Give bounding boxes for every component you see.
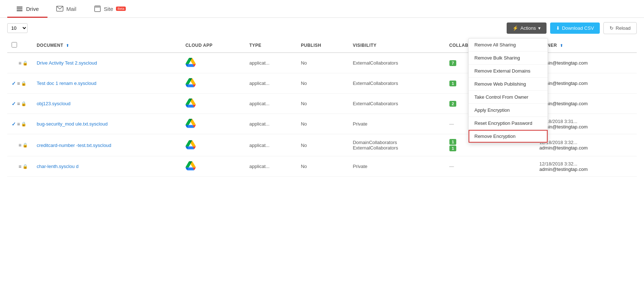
download-csv-button[interactable]: ⬇ Download CSV xyxy=(550,22,600,34)
gdrive-icon xyxy=(186,78,196,88)
row-date-owner: 12/18/2018 3:31... admin@testingtap.com xyxy=(535,114,637,134)
row-doc-name[interactable]: Test doc 1 renam e.syscloud xyxy=(32,73,181,94)
row-doc-name[interactable]: bug-security_mod ule.txt.syscloud xyxy=(32,114,181,134)
beta-badge: Beta xyxy=(116,7,126,11)
row-icons: ≡ 🔒 xyxy=(12,164,28,169)
row-icons: ≡ 🔒 xyxy=(12,60,28,66)
page-size-select[interactable]: 10 25 50 100 xyxy=(7,23,28,33)
select-all-checkbox[interactable] xyxy=(12,42,17,48)
site-icon xyxy=(94,5,101,12)
row-visibility: Private xyxy=(348,114,445,134)
row-doc-name[interactable]: creditcard-number -test.txt.syscloud xyxy=(32,134,181,156)
row-doc-name[interactable]: obj123.syscloud xyxy=(32,94,181,114)
row-visibility: ExternalCollaborators xyxy=(348,53,445,73)
lock-icon: 🔒 xyxy=(21,101,26,106)
header-publish: PUBLISH xyxy=(296,38,348,53)
row-type: applicat... xyxy=(245,73,296,94)
row-owner: admin@testingtap.com xyxy=(539,167,632,172)
row-select-cell: ≡ 🔒 xyxy=(7,53,32,73)
actions-label: Actions xyxy=(520,25,536,31)
menu-item-remove-encryption[interactable]: Remove Encryption xyxy=(469,130,548,143)
menu-item-apply-encryption[interactable]: Apply Encryption xyxy=(469,104,548,117)
toolbar-left: 10 25 50 100 xyxy=(7,23,28,33)
row-date: 12/18/2018 3:31... xyxy=(539,119,632,124)
menu-item-reset-encryption-password[interactable]: Reset Encryption Password xyxy=(469,117,548,130)
doc-link[interactable]: obj123.syscloud xyxy=(37,101,70,106)
mail-icon xyxy=(56,5,63,12)
row-cloud-app xyxy=(181,134,245,156)
row-visibility: ExternalCollaborators xyxy=(348,94,445,114)
row-owner: admin@testingtap.com xyxy=(535,53,637,73)
header-owner[interactable]: OWNER ⬆ xyxy=(535,38,637,53)
nav-drive[interactable]: Drive xyxy=(7,0,47,18)
drive-icon xyxy=(16,5,23,12)
doc-link[interactable]: Test doc 1 renam e.syscloud xyxy=(37,81,96,86)
no-collaborators: — xyxy=(449,164,454,169)
nav-drive-label: Drive xyxy=(26,6,39,12)
row-select-cell: ✓ ≡ 🔒 xyxy=(7,114,32,134)
toolbar: 10 25 50 100 ⚡ Actions ▾ ⬇ Download CSV … xyxy=(0,18,644,38)
svg-rect-0 xyxy=(17,7,22,8)
checkmark-icon: ✓ xyxy=(12,121,16,127)
doc-link[interactable]: char-lenth.sysclou d xyxy=(37,164,79,169)
download-icon: ⬇ xyxy=(556,25,560,31)
header-visibility: VISIBILITY xyxy=(348,38,445,53)
row-type: applicat... xyxy=(245,134,296,156)
doc-link[interactable]: creditcard-number -test.txt.syscloud xyxy=(37,143,111,148)
row-select-cell: ≡ 🔒 xyxy=(7,134,32,156)
row-cloud-app xyxy=(181,53,245,73)
row-visibility: DomainCollaborators ExternalCollaborator… xyxy=(348,134,445,156)
doc-link[interactable]: bug-security_mod ule.txt.syscloud xyxy=(37,121,108,127)
row-type: applicat... xyxy=(245,94,296,114)
row-icons: ≡ 🔒 xyxy=(12,142,28,148)
row-icons: ✓ ≡ 🔒 xyxy=(12,101,28,107)
svg-rect-1 xyxy=(17,8,22,9)
row-cloud-app xyxy=(181,73,245,94)
actions-button[interactable]: ⚡ Actions ▾ xyxy=(507,22,547,34)
lock-icon: 🔒 xyxy=(21,122,26,127)
nav-mail[interactable]: Mail xyxy=(47,0,85,18)
row-visibility: ExternalCollaborators xyxy=(348,73,445,94)
nav-site[interactable]: Site Beta xyxy=(85,0,134,18)
gdrive-icon xyxy=(186,98,196,108)
collaborator-badge: 2 xyxy=(449,101,456,107)
svg-rect-5 xyxy=(95,6,100,8)
row-collaborators: — xyxy=(445,156,535,177)
menu-item-remove-web-publishing[interactable]: Remove Web Publishing xyxy=(469,78,548,91)
menu-item-take-control[interactable]: Take Control From Owner xyxy=(469,91,548,104)
header-select xyxy=(7,38,32,53)
nav-mail-label: Mail xyxy=(66,6,76,12)
list-icon: ≡ xyxy=(18,164,21,169)
row-publish: No xyxy=(296,94,348,114)
menu-item-remove-all-sharing[interactable]: Remove All Sharing xyxy=(469,38,548,52)
top-navigation: Drive Mail Site Beta xyxy=(0,0,644,18)
table-row: ≡ 🔒 char-lenth.sysclou d xyxy=(7,156,637,177)
row-date: 12/18/2018 3:32... xyxy=(539,161,632,167)
row-icons: ✓ ≡ 🔒 xyxy=(12,121,28,127)
row-type: applicat... xyxy=(245,156,296,177)
row-doc-name[interactable]: Drive Activity Test 2.syscloud xyxy=(32,53,181,73)
list-icon: ≡ xyxy=(17,121,20,127)
lock-icon: 🔒 xyxy=(22,143,28,148)
row-publish: No xyxy=(296,134,348,156)
reload-button[interactable]: ↻ Reload xyxy=(603,22,637,34)
row-publish: No xyxy=(296,156,348,177)
menu-item-remove-bulk-sharing[interactable]: Remove Bulk Sharing xyxy=(469,52,548,65)
actions-dropdown-menu: Remove All Sharing Remove Bulk Sharing R… xyxy=(468,38,548,143)
doc-link[interactable]: Drive Activity Test 2.syscloud xyxy=(37,60,97,66)
row-select-cell: ≡ 🔒 xyxy=(7,156,32,177)
visibility-external: ExternalCollaborators xyxy=(353,145,440,151)
row-type: applicat... xyxy=(245,114,296,134)
gdrive-icon xyxy=(186,118,196,128)
download-csv-label: Download CSV xyxy=(562,25,594,31)
row-date: 12/18/2018 3:32... xyxy=(539,140,632,145)
reload-label: Reload xyxy=(616,25,631,31)
row-doc-name[interactable]: char-lenth.sysclou d xyxy=(32,156,181,177)
list-icon: ≡ xyxy=(18,142,21,148)
row-cloud-app xyxy=(181,94,245,114)
lock-icon: 🔒 xyxy=(22,164,28,169)
header-document[interactable]: DOCUMENT ⬆ xyxy=(32,38,181,53)
menu-item-remove-external-domains[interactable]: Remove External Domains xyxy=(469,65,548,78)
reload-icon: ↻ xyxy=(610,25,614,31)
no-collaborators: — xyxy=(449,121,454,127)
